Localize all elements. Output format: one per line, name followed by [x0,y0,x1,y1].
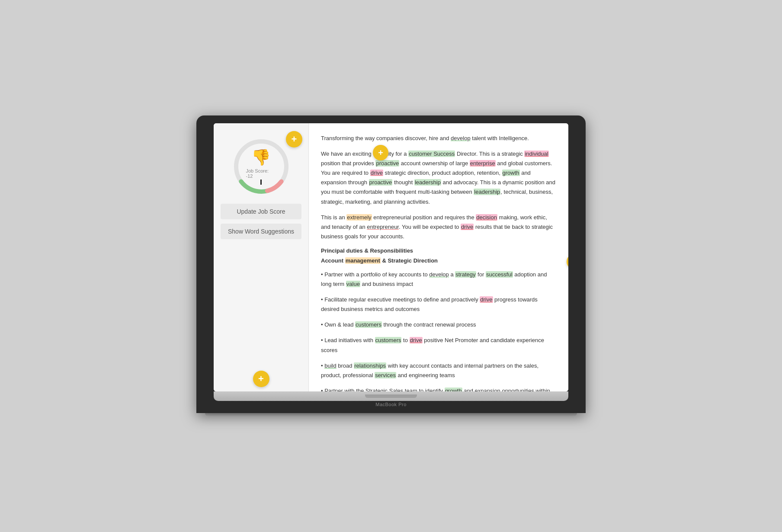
word-develop-1: develop [451,135,471,141]
laptop-notch [365,394,417,398]
paragraph-2-container: + We have an exciting coppnity for a cus… [321,149,556,207]
word-build-1: build [324,362,336,369]
word-customer-success: customer Success [408,151,455,157]
word-decision: decision [476,214,497,221]
word-value: value [346,281,360,287]
content-panel[interactable]: Transforming the way companies discover,… [309,123,568,391]
plus-top-right-button[interactable]: + [286,131,302,147]
laptop-screen: 👎 Job Score: -12 + Update Job Score Show… [214,123,568,391]
paragraph-3: This is an extremely entrepreneurial pos… [321,213,556,241]
section-heading-1: Principal duties & Responsibilities [321,247,556,254]
score-circle: 👎 Job Score: -12 [231,136,292,197]
plus-bottom-button[interactable]: + [253,371,269,387]
bullet-2: • Facilitate regular executive meetings … [321,295,556,314]
word-develop-2: develop [429,271,449,278]
paragraph-2: We have an exciting coppnity for a custo… [321,149,556,207]
word-management: management [345,257,381,264]
left-panel: 👎 Job Score: -12 + Update Job Score Show… [214,123,309,391]
section-heading-2-container: Account management & Strategic Direction… [321,257,556,267]
word-leadership-2: leadership [474,189,500,195]
word-leadership-1: leadership [414,179,441,186]
macbook-label: MacBook Pro [214,402,568,409]
bullet-3: • Own & lead customers through the contr… [321,320,556,330]
screen-bezel: 👎 Job Score: -12 + Update Job Score Show… [196,115,586,413]
word-proactive-1: proactive [375,160,399,167]
laptop-shadow [205,413,577,417]
laptop-container: 👎 Job Score: -12 + Update Job Score Show… [196,115,586,417]
word-drive-4: drive [410,337,423,343]
bullet-6: • Partner with the Strategic Sales team … [321,386,556,391]
plus-float-2[interactable]: + [567,254,568,269]
section-heading-2: Account management & Strategic Direction [321,257,438,264]
word-enterprise: enterprise [470,160,496,167]
word-proactive-2: proactive [369,179,393,186]
word-individual: individual [524,151,548,157]
word-drive-1: drive [370,170,383,176]
thumbs-down-icon: 👎 [251,148,271,167]
plus-float-1[interactable]: + [373,145,388,160]
word-growth-1: growth [502,170,520,176]
show-word-suggestions-button[interactable]: Show Word Suggestions [221,224,301,239]
word-relationships: relationships [354,362,386,369]
update-job-score-button[interactable]: Update Job Score [221,204,301,219]
score-label: Job Score: -12 [246,168,276,179]
word-drive-2: drive [461,224,474,230]
bullet-1: • Partner with a portfolio of key accoun… [321,270,556,289]
word-services: services [375,372,396,378]
word-customers-1: customers [355,321,382,328]
word-entrepreneur: entrepreneur [367,224,399,230]
word-successful: successful [486,271,513,278]
score-marker [260,179,262,185]
laptop-base [214,391,568,401]
word-drive-3: drive [480,296,493,303]
score-inner: 👎 Job Score: -12 [246,148,276,185]
bullet-5: • build broad relationships with key acc… [321,361,556,380]
bullet-4: • Lead initiatives with customers to dri… [321,336,556,355]
word-strategy: strategy [455,271,476,278]
word-growth-2: growth [445,388,462,391]
word-customers-2: customers [375,337,402,343]
paragraph-1: Transforming the way companies discover,… [321,134,556,143]
word-extremely: extremely [346,214,372,221]
